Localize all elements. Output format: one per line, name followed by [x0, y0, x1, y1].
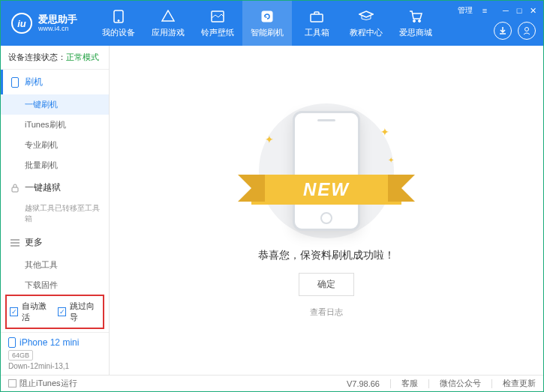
sidebar: 设备连接状态：正常模式 刷机 一键刷机 iTunes刷机 专业刷机 批量刷机 一…	[1, 46, 110, 375]
nav-flash[interactable]: 智能刷机	[242, 1, 292, 46]
customer-service-link[interactable]: 客服	[401, 378, 418, 389]
skip-wizard-checkbox[interactable]: 跳过向导	[58, 301, 100, 323]
nav-tutorial[interactable]: 教程中心	[341, 1, 391, 46]
menu-dropdown-icon[interactable]: ≡	[480, 6, 489, 15]
svg-point-6	[419, 19, 421, 22]
sparkle-icon: ✦	[380, 126, 389, 138]
svg-point-1	[118, 19, 119, 21]
sidebar-item-other-tools[interactable]: 其他工具	[1, 255, 109, 275]
phone-icon	[111, 9, 126, 24]
app-url: www.i4.cn	[38, 25, 77, 33]
sidebar-item-oneclick-flash[interactable]: 一键刷机	[1, 94, 109, 115]
phone-icon	[10, 77, 20, 88]
app-header: iu 爱思助手 www.i4.cn 我的设备 应用游戏 铃声壁纸 智能刷机 工具…	[1, 1, 543, 46]
maximize-button[interactable]: □	[515, 6, 524, 15]
jailbreak-note: 越狱工具已转移至工具箱	[1, 200, 109, 230]
success-message: 恭喜您，保资料刷机成功啦！	[258, 249, 395, 262]
main-content: NEW ✦ ✦ ✦ 恭喜您，保资料刷机成功啦！ 确定 查看日志	[110, 46, 543, 375]
sidebar-item-batch-flash[interactable]: 批量刷机	[1, 155, 109, 175]
nav-apps[interactable]: 应用游戏	[143, 1, 193, 46]
check-update-link[interactable]: 检查更新	[503, 378, 536, 389]
close-button[interactable]: ✕	[528, 6, 537, 15]
device-identifier: Down-12mini-13,1	[8, 362, 101, 370]
wallpaper-icon	[210, 9, 225, 24]
sparkle-icon: ✦	[388, 156, 394, 164]
storage-badge: 64GB	[8, 350, 33, 361]
sidebar-item-download-firmware[interactable]: 下载固件	[1, 275, 109, 292]
connected-device[interactable]: iPhone 12 mini 64GB Down-12mini-13,1	[1, 332, 109, 375]
toolbox-icon	[309, 9, 324, 24]
sidebar-item-pro-flash[interactable]: 专业刷机	[1, 135, 109, 155]
window-controls: 管理 ≡ ─ □ ✕	[458, 5, 537, 16]
options-highlight-box: 自动激活 跳过向导	[5, 295, 104, 329]
svg-rect-8	[12, 77, 19, 87]
sidebar-group-jailbreak[interactable]: 一键越狱	[1, 175, 109, 200]
wechat-link[interactable]: 微信公众号	[440, 378, 481, 389]
top-menu-label[interactable]: 管理	[458, 5, 473, 16]
menu-icon	[10, 238, 20, 248]
logo-icon: iu	[11, 13, 32, 34]
sidebar-group-flash[interactable]: 刷机	[1, 70, 109, 94]
cart-icon	[408, 9, 423, 24]
svg-rect-3	[262, 11, 272, 22]
sparkle-icon: ✦	[265, 133, 274, 145]
checkbox-checked-icon	[10, 307, 18, 316]
sidebar-item-itunes-flash[interactable]: iTunes刷机	[1, 115, 109, 135]
new-ribbon: NEW	[251, 175, 401, 205]
nav-ringtone[interactable]: 铃声壁纸	[193, 1, 242, 46]
confirm-button[interactable]: 确定	[299, 273, 354, 296]
svg-rect-4	[311, 14, 323, 22]
svg-rect-9	[12, 187, 18, 192]
auto-activate-checkbox[interactable]: 自动激活	[10, 301, 52, 323]
svg-point-7	[525, 28, 529, 31]
download-button[interactable]	[494, 22, 512, 40]
app-title: 爱思助手	[38, 13, 77, 25]
nav-my-device[interactable]: 我的设备	[94, 1, 143, 46]
version-label: V7.98.66	[347, 379, 380, 388]
success-illustration: NEW ✦ ✦ ✦	[259, 103, 394, 238]
refresh-icon	[260, 9, 275, 24]
checkbox-checked-icon	[58, 307, 66, 316]
device-phone-icon	[8, 337, 16, 348]
lock-icon	[10, 183, 20, 193]
nav-store[interactable]: 爱思商城	[391, 1, 440, 46]
user-button[interactable]	[518, 22, 536, 40]
nav-toolbox[interactable]: 工具箱	[292, 1, 341, 46]
apps-icon	[161, 9, 176, 24]
main-nav: 我的设备 应用游戏 铃声壁纸 智能刷机 工具箱 教程中心 爱思商城	[94, 1, 440, 46]
minimize-button[interactable]: ─	[501, 6, 510, 15]
block-itunes-checkbox[interactable]: 阻止iTunes运行	[8, 378, 77, 389]
graduation-icon	[359, 9, 374, 24]
connection-status: 设备连接状态：正常模式	[1, 46, 109, 70]
sidebar-group-more[interactable]: 更多	[1, 230, 109, 255]
checkbox-icon	[8, 379, 17, 388]
logo-area: iu 爱思助手 www.i4.cn	[1, 13, 88, 34]
view-log-link[interactable]: 查看日志	[310, 307, 343, 318]
status-bar: 阻止iTunes运行 V7.98.66 客服 微信公众号 检查更新	[1, 375, 543, 391]
svg-point-5	[413, 19, 416, 22]
